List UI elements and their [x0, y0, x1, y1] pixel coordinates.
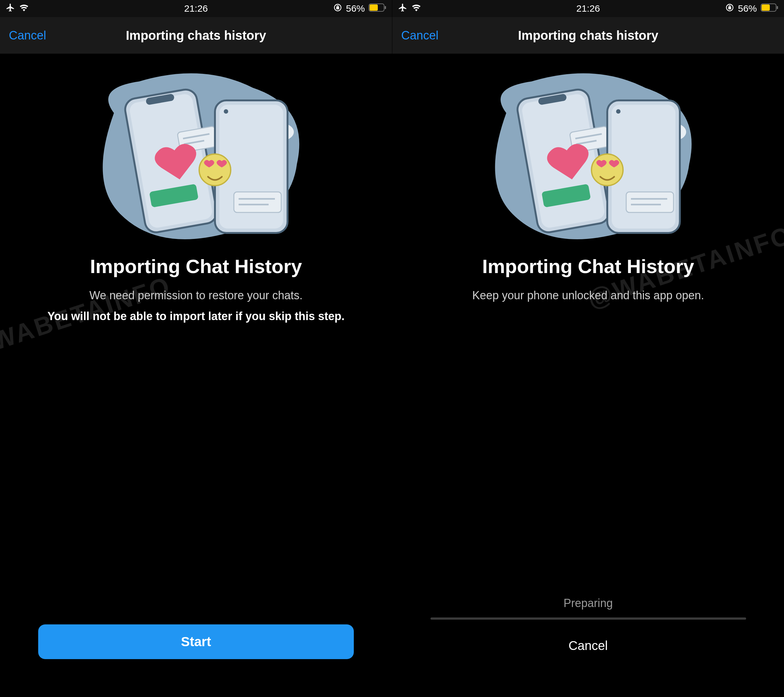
transfer-illustration — [76, 69, 316, 246]
content-area: Importing Chat History Keep your phone u… — [392, 54, 784, 697]
screen-permission: @WABETAINFO 21:26 56% Cancel Importing c… — [0, 0, 392, 697]
svg-rect-27 — [777, 6, 778, 9]
cancel-button[interactable]: Cancel — [430, 639, 746, 653]
airplane-icon — [398, 3, 407, 15]
status-time: 21:26 — [576, 3, 600, 14]
progress-section: Preparing Cancel — [430, 596, 746, 653]
svg-rect-26 — [762, 5, 770, 11]
headline: Importing Chat History — [90, 255, 302, 277]
transfer-illustration — [468, 69, 708, 246]
nav-cancel-button[interactable]: Cancel — [9, 29, 46, 42]
start-button[interactable]: Start — [38, 624, 354, 659]
nav-cancel-button[interactable]: Cancel — [401, 29, 438, 42]
wifi-icon — [19, 3, 29, 14]
svg-rect-22 — [385, 6, 386, 9]
status-text: Preparing — [430, 596, 746, 610]
status-time: 21:26 — [184, 3, 208, 14]
subtext-1: We need permission to restore your chats… — [89, 289, 303, 302]
svg-rect-21 — [370, 5, 378, 11]
screen-preparing: @WABETAINFO 21:26 56% Cancel Importing c… — [392, 0, 784, 697]
svg-rect-24 — [728, 7, 731, 9]
status-bar: 21:26 56% — [0, 0, 392, 17]
battery-percent: 56% — [738, 3, 757, 14]
nav-bar: Cancel Importing chats history — [392, 17, 784, 54]
svg-rect-19 — [336, 7, 339, 9]
airplane-icon — [6, 3, 15, 15]
lock-rotation-icon — [333, 3, 342, 14]
battery-icon — [369, 3, 386, 14]
nav-bar: Cancel Importing chats history — [0, 17, 392, 54]
progress-bar — [430, 618, 746, 620]
subtext-warning: You will not be able to import later if … — [47, 310, 344, 323]
battery-icon — [761, 3, 778, 14]
status-bar: 21:26 56% — [392, 0, 784, 17]
wifi-icon — [411, 3, 422, 14]
lock-rotation-icon — [725, 3, 734, 14]
battery-percent: 56% — [346, 3, 365, 14]
nav-title: Importing chats history — [126, 28, 266, 43]
content-area: Importing Chat History We need permissio… — [0, 54, 392, 697]
nav-title: Importing chats history — [518, 28, 658, 43]
subtext-1: Keep your phone unlocked and this app op… — [472, 289, 704, 302]
headline: Importing Chat History — [482, 255, 694, 277]
